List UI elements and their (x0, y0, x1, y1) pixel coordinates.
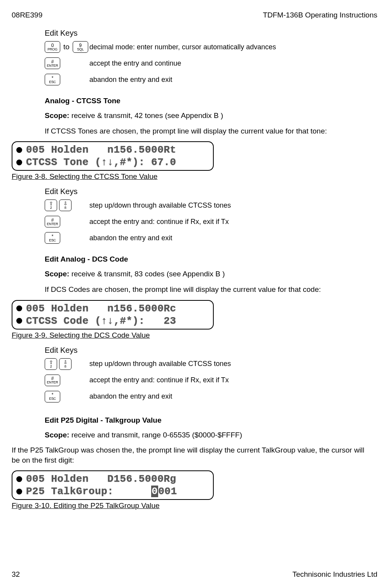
to-word: to (63, 43, 70, 51)
edit-keys-heading: Edit Keys (45, 346, 373, 355)
doc-code: 08RE399 (12, 11, 42, 19)
key-row: # ENTER accept the entry and: continue i… (45, 215, 373, 229)
company-name: Technisonic Industries Ltd (292, 570, 377, 579)
led-icon (16, 489, 22, 494)
key-desc: decimal mode: enter number, cursor autom… (89, 43, 276, 51)
edit-keys-heading: Edit Keys (45, 29, 373, 38)
scope-line: Scope: receive and transmit, range 0-655… (12, 430, 373, 440)
figure-caption: Figure 3-9. Selecting the DCS Code Value (12, 331, 373, 340)
paragraph: If the P25 TalkGroup was chosen the, the… (12, 445, 373, 465)
key-row: * ESC abandon the entry and exit (45, 73, 373, 87)
figure-caption: Figure 3-8. Selecting the CTCSS Tone Val… (12, 172, 373, 181)
lcd-line-1: 005 Holden n156.5000Rc (26, 303, 176, 314)
key-enter: # ENTER (45, 216, 60, 227)
led-icon (16, 318, 22, 324)
key-row: * ESC abandon the entry and exit (45, 390, 373, 404)
key-desc: step up/down through available CTCSS ton… (89, 360, 231, 368)
key-down-8: ⇩ 8 (59, 358, 72, 370)
lcd-line-1: 005 Holden D156.5000Rg (26, 473, 176, 485)
section-heading-dcs: Edit Analog - DCS Code (12, 255, 373, 264)
key-esc: * ESC (45, 232, 60, 244)
key-row: 0 PROG to 9 SQL decimal mode: enter numb… (45, 40, 373, 54)
key-esc: * ESC (45, 391, 60, 402)
key-enter: # ENTER (45, 57, 60, 69)
key-esc: * ESC (45, 74, 60, 85)
page-number: 32 (12, 570, 20, 579)
key-0-prog: 0 PROG (45, 41, 60, 53)
section-heading-ctcss: Analog - CTCSS Tone (12, 97, 373, 105)
section-heading-p25: Edit P25 Digital - Talkgroup Value (12, 416, 373, 425)
key-row: * ESC abandon the entry and exit (45, 231, 373, 245)
key-up-2: ⇧ 2 (45, 358, 57, 370)
key-9-sql: 9 SQL (73, 41, 88, 53)
key-desc: accept the entry and: continue if Rx, ex… (89, 376, 229, 384)
lcd-display: 005 Holden D156.5000Rg P25 TalkGroup: 00… (12, 470, 214, 500)
key-enter: # ENTER (45, 375, 60, 386)
scope-line: Scope: receive & transmit, 42 tones (see… (12, 111, 373, 121)
key-desc: abandon the entry and exit (89, 234, 172, 242)
doc-title: TDFM-136B Operating Instructions (263, 11, 377, 19)
lcd-display: 005 Holden n156.5000Rc CTCSS Code (↑↓,#*… (12, 300, 214, 330)
lcd-line-2: CTCSS Tone (↑↓,#*): 67.0 (26, 156, 176, 168)
key-desc: accept the entry and: continue if Rx, ex… (89, 218, 229, 226)
key-desc: abandon the entry and exit (89, 392, 172, 401)
lcd-line-1: 005 Holden n156.5000Rt (26, 144, 176, 156)
key-desc: accept the entry and continue (89, 59, 181, 68)
lcd-line-2: P25 TalkGroup: 0001 (26, 486, 177, 497)
lcd-display: 005 Holden n156.5000Rt CTCSS Tone (↑↓,#*… (12, 141, 214, 171)
led-icon (16, 147, 22, 153)
lcd-line-2: CTCSS Code (↑↓,#*): 23 (26, 315, 176, 327)
key-up-2: ⇧ 2 (45, 199, 57, 211)
figure-caption: Figure 3-10. Editing the P25 TalkGroup V… (12, 501, 373, 510)
key-desc: step up/down through available CTCSS ton… (89, 201, 231, 210)
edit-keys-heading: Edit Keys (45, 187, 373, 196)
key-down-8: ⇩ 8 (59, 199, 72, 211)
key-row: # ENTER accept the entry and: continue i… (45, 373, 373, 387)
key-row: ⇧ 2 ⇩ 8 step up/down through available C… (45, 198, 373, 212)
led-icon (16, 476, 22, 482)
key-row: ⇧ 2 ⇩ 8 step up/down through available C… (45, 357, 373, 371)
scope-line: Scope: receive & transmit, 83 codes (see… (12, 269, 373, 279)
key-row: # ENTER accept the entry and continue (45, 56, 373, 70)
cursor-highlight: 0 (151, 486, 158, 497)
paragraph: If CTCSS Tones are chosen, the prompt li… (12, 126, 373, 136)
led-icon (16, 305, 22, 311)
key-desc: abandon the entry and exit (89, 76, 172, 84)
paragraph: If DCS Codes are chosen, the prompt line… (12, 284, 373, 295)
led-icon (16, 160, 22, 165)
